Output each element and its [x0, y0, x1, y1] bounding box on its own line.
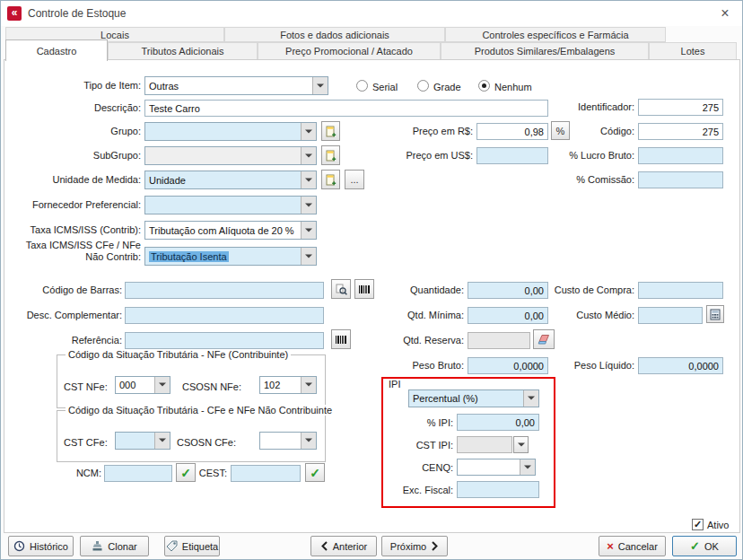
- tab-preco-promocional-atacado[interactable]: Preço Promocional / Atacado: [258, 42, 441, 60]
- csosn-nfe-combo[interactable]: 102: [259, 376, 317, 394]
- search-icon: [336, 284, 347, 295]
- csosn-cfe-combo[interactable]: [259, 432, 317, 450]
- novo-grupo-button[interactable]: [321, 121, 340, 141]
- chevron-down-icon[interactable]: [301, 222, 316, 239]
- taxa-icms-value: Tributação com Alíquota de 20 %: [145, 222, 301, 239]
- check-icon: ✓: [180, 467, 191, 479]
- grupo-combo[interactable]: [144, 122, 317, 141]
- chevron-down-icon[interactable]: [301, 171, 316, 188]
- exc-fiscal-label: Exc. Fiscal:: [381, 485, 453, 496]
- proximo-button[interactable]: Próximo: [381, 536, 448, 556]
- cenq-combo[interactable]: [457, 459, 536, 476]
- cst-ipi-dropdown-button[interactable]: [513, 436, 529, 453]
- calculadora-custo-medio-button[interactable]: [706, 305, 724, 323]
- groupbox-cfe-title: Código da Situação Tributária - CFe e NF…: [66, 405, 335, 416]
- cst-nfe-combo[interactable]: 000: [115, 376, 170, 394]
- check-icon: ✓: [310, 467, 320, 479]
- tab-fotos-dados-adicionais[interactable]: Fotos e dados adicionais: [224, 27, 445, 42]
- etiqueta-button[interactable]: Etiqueta: [164, 536, 220, 556]
- cst-ipi-field[interactable]: [457, 436, 512, 453]
- unidade-medida-combo[interactable]: Unidade: [144, 171, 317, 189]
- referencia-field[interactable]: [125, 332, 324, 349]
- subgrupo-combo[interactable]: [144, 146, 317, 165]
- close-icon[interactable]: ×: [715, 4, 735, 22]
- anterior-button[interactable]: Anterior: [310, 536, 377, 556]
- identificador-label: Identificador:: [527, 101, 634, 113]
- tab-cadastro[interactable]: Cadastro: [5, 39, 108, 61]
- taxa-cfe-combo[interactable]: Tributação Isenta: [144, 247, 317, 266]
- historico-button[interactable]: Histórico: [8, 536, 74, 556]
- nova-unidade-button[interactable]: [321, 170, 340, 189]
- unidade-mais-opcoes-button[interactable]: ...: [345, 170, 364, 189]
- limpar-reserva-button[interactable]: [533, 329, 555, 349]
- tab-lotes[interactable]: Lotes: [649, 42, 737, 60]
- custo-medio-field[interactable]: [638, 307, 703, 324]
- chevron-down-icon[interactable]: [301, 248, 316, 265]
- chevron-down-icon[interactable]: [301, 377, 316, 393]
- identificador-field[interactable]: 275: [638, 99, 723, 116]
- clonar-button[interactable]: Clonar: [80, 536, 149, 556]
- custo-medio-label: Custo Médio:: [527, 310, 634, 321]
- radio-nenhum[interactable]: [478, 80, 490, 92]
- chevron-down-icon[interactable]: [301, 197, 316, 214]
- chevron-down-icon[interactable]: [301, 147, 316, 164]
- peso-liquido-field[interactable]: 0,0000: [638, 357, 723, 374]
- cst-cfe-combo[interactable]: [115, 432, 170, 450]
- ativo-checkbox[interactable]: [692, 519, 704, 530]
- radio-serial[interactable]: [356, 80, 368, 92]
- history-icon: [13, 540, 25, 552]
- chevron-down-icon[interactable]: [154, 433, 170, 449]
- custo-compra-field[interactable]: [638, 282, 723, 299]
- chevron-down-icon[interactable]: [312, 77, 328, 94]
- radio-grade[interactable]: [417, 80, 429, 92]
- fornecedor-value: [145, 197, 301, 214]
- tab-produtos-similares-embalagens[interactable]: Produtos Similares/Embalagens: [441, 42, 649, 60]
- ipi-modo-combo[interactable]: Percentual (%): [408, 389, 539, 407]
- grupo-value: [145, 123, 301, 140]
- referencia-label: Referência:: [1, 335, 122, 346]
- tipo-de-item-combo[interactable]: Outras: [144, 76, 328, 95]
- codigo-barras-field[interactable]: [125, 282, 324, 299]
- validar-ncm-button[interactable]: ✓: [176, 463, 196, 482]
- taxa-cfe-value: Tributação Isenta: [149, 251, 229, 262]
- taxa-icms-label: Taxa ICMS/ISS (Contrib):: [6, 224, 141, 236]
- chevron-down-icon[interactable]: [301, 433, 316, 449]
- validar-cest-button[interactable]: ✓: [305, 463, 325, 482]
- codigo-field[interactable]: 275: [638, 123, 723, 140]
- taxa-icms-combo[interactable]: Tributação com Alíquota de 20 %: [144, 221, 317, 240]
- lucro-bruto-field[interactable]: [638, 147, 723, 164]
- subgrupo-value: [145, 147, 301, 164]
- barcode-icon: [335, 335, 347, 345]
- unidade-medida-label: Unidade de Medida:: [6, 174, 141, 186]
- grupo-label: Grupo:: [6, 126, 141, 137]
- ncm-field[interactable]: [104, 465, 172, 482]
- tipo-de-item-label: Tipo de Item:: [6, 80, 141, 92]
- novo-subgrupo-button[interactable]: [321, 145, 340, 165]
- referencia-barcode-button[interactable]: [331, 329, 351, 349]
- ok-button[interactable]: ✓ OK: [672, 536, 737, 556]
- new-item-icon: [326, 126, 337, 137]
- chevron-right-icon: [431, 541, 439, 551]
- descricao-field[interactable]: Teste Carro: [144, 100, 548, 117]
- buscar-codigo-barras-button[interactable]: [331, 279, 351, 299]
- radio-grade-label: Grade: [433, 82, 461, 93]
- fornecedor-combo[interactable]: [144, 196, 317, 214]
- chevron-down-icon[interactable]: [301, 123, 316, 140]
- chevron-down-icon[interactable]: [154, 377, 170, 393]
- comissao-field[interactable]: [638, 171, 723, 188]
- chevron-down-icon[interactable]: [523, 390, 538, 407]
- desc-complementar-field[interactable]: [125, 307, 324, 324]
- ativo-label: Ativo: [707, 520, 729, 531]
- tab-tributos-adicionais[interactable]: Tributos Adicionais: [108, 42, 258, 60]
- cancelar-button[interactable]: × Cancelar: [599, 536, 666, 556]
- chevron-down-icon[interactable]: [520, 459, 535, 475]
- cest-field[interactable]: [231, 465, 301, 482]
- new-item-icon: [326, 150, 337, 162]
- chevron-left-icon: [320, 541, 328, 551]
- preco-us-label: Preço em US$:: [369, 150, 473, 162]
- cst-ipi-label: CST IPI:: [381, 440, 453, 451]
- pct-ipi-field[interactable]: 0,00: [457, 414, 539, 431]
- tab-controles-especificos-farmacia[interactable]: Controles específicos e Farmácia: [445, 27, 666, 42]
- exc-fiscal-field[interactable]: [457, 481, 539, 498]
- controle-de-estoque-dialog: « Controle de Estoque × Locais Fotos e d…: [0, 0, 743, 560]
